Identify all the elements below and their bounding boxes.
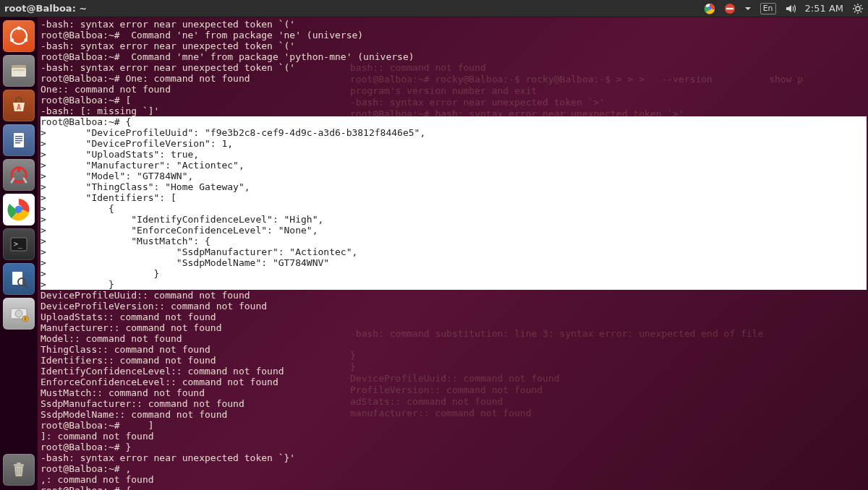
terminal-line: IdentifyConfidenceLevel:: command not fo… <box>41 366 867 377</box>
top-panel: root@Balboa: ~ En 2:51 AM <box>0 0 868 17</box>
terminal-line: > "SsdpManufacturer": "Actiontec", <box>41 246 867 257</box>
terminal-line: UploadStats:: command not found <box>41 311 867 322</box>
svg-rect-18 <box>12 68 26 77</box>
disks-icon[interactable] <box>3 298 35 330</box>
terminal-line: > "DeviceProfileUuid": "f9e3b2c8-cef9-4d… <box>41 127 867 138</box>
desktop: bash:: command not found root@Balboa:~# … <box>38 17 868 490</box>
terminal-line: Model:: command not found <box>41 333 867 344</box>
svg-rect-23 <box>15 138 22 139</box>
document-icon[interactable] <box>3 124 35 156</box>
trash-icon[interactable] <box>3 454 35 486</box>
clock[interactable]: 2:51 AM <box>805 3 843 14</box>
terminal-line: ,: command not found <box>41 474 867 485</box>
chrome-icon[interactable] <box>3 194 35 225</box>
search-tool-icon[interactable] <box>3 263 35 295</box>
terminal-line: > } <box>41 268 867 279</box>
svg-rect-19 <box>13 69 25 71</box>
keyboard-indicator[interactable]: En <box>760 3 776 14</box>
svg-line-9 <box>854 5 856 7</box>
svg-line-12 <box>861 5 862 7</box>
terminal-line: > "DeviceProfileVersion": 1, <box>41 138 867 149</box>
chrome-indicator-icon[interactable] <box>704 3 715 14</box>
noentry-icon[interactable] <box>724 3 736 14</box>
terminal-line: root@Balboa:~# Command 'ne' from package… <box>41 30 867 40</box>
terminal-window[interactable]: -bash: syntax error near unexpected toke… <box>38 17 868 490</box>
terminal-line: > "Model": "GT784WN", <box>41 171 867 181</box>
terminal-icon[interactable]: >_ <box>3 228 35 260</box>
terminal-line: > } <box>41 279 867 290</box>
terminal-line: root@Balboa:~# ] <box>41 420 867 431</box>
terminal-line: > "Identifiers": [ <box>41 192 867 203</box>
terminal-line: > { <box>41 203 867 214</box>
terminal-line: One:: command not found <box>41 84 867 95</box>
svg-rect-25 <box>15 142 20 143</box>
terminal-line: -bash: syntax error near unexpected toke… <box>41 40 867 51</box>
terminal-line: > "MustMatch": { <box>41 236 867 246</box>
terminal-line: -bash: syntax error near unexpected toke… <box>41 62 867 73</box>
sound-icon[interactable] <box>785 3 796 14</box>
terminal-line: Identifiers:: command not found <box>41 355 867 366</box>
settings-icon[interactable] <box>3 159 35 191</box>
terminal-line: ]: command not found <box>41 431 867 442</box>
terminal-line: SsdpManufacturer:: command not found <box>41 398 867 409</box>
svg-rect-17 <box>12 65 26 68</box>
terminal-line: > "UploadStats": true, <box>41 149 867 160</box>
terminal-line: > "EnforceConfidenceLevel": "None", <box>41 225 867 236</box>
terminal-line: root@Balboa:~# [ <box>41 95 867 106</box>
terminal-line: DeviceProfileUuid:: command not found <box>41 290 867 301</box>
svg-rect-22 <box>15 136 22 137</box>
svg-point-4 <box>856 7 860 11</box>
terminal-line: DeviceProfileVersion:: command not found <box>41 301 867 311</box>
svg-rect-3 <box>726 7 733 9</box>
window-title: root@Balboa: ~ <box>4 3 87 14</box>
svg-point-14 <box>17 27 21 30</box>
svg-line-42 <box>17 468 17 475</box>
terminal-line: -bash: [: missing `]' <box>41 106 867 116</box>
terminal-line: Manufacturer:: command not found <box>41 322 867 333</box>
svg-line-44 <box>21 468 22 475</box>
terminal-line: > "ThingClass": "Home Gateway", <box>41 181 867 192</box>
terminal-line: root@Balboa:~# { <box>41 485 867 490</box>
dash-icon[interactable] <box>3 20 35 52</box>
files-icon[interactable] <box>3 55 35 87</box>
terminal-content[interactable]: -bash: syntax error near unexpected toke… <box>38 17 868 490</box>
terminal-line: > "Manufacturer": "Actiontec", <box>41 160 867 171</box>
gear-icon[interactable] <box>852 3 864 14</box>
software-center-icon[interactable]: A <box>3 90 35 121</box>
terminal-line: -bash: syntax error near unexpected toke… <box>41 452 867 463</box>
svg-rect-39 <box>25 317 27 321</box>
terminal-line: root@Balboa:~# Command 'mne' from packag… <box>41 51 867 62</box>
svg-point-13 <box>11 28 27 44</box>
terminal-selection: root@Balboa:~# {> "DeviceProfileUuid": "… <box>41 116 867 290</box>
svg-line-10 <box>861 11 862 12</box>
launcher: A >_ <box>0 17 38 490</box>
svg-line-11 <box>854 11 856 12</box>
svg-point-37 <box>15 310 22 317</box>
svg-point-15 <box>10 38 14 42</box>
svg-rect-27 <box>17 166 20 172</box>
svg-rect-24 <box>15 140 22 141</box>
terminal-line: > "SsdpModelName": "GT784WNV" <box>41 257 867 268</box>
svg-rect-41 <box>17 463 21 464</box>
terminal-line: > "IdentifyConfidenceLevel": "High", <box>41 214 867 225</box>
svg-text:A: A <box>17 103 21 111</box>
terminal-line: SsdpModelName:: command not found <box>41 409 867 420</box>
svg-rect-40 <box>14 464 24 466</box>
terminal-line: root@Balboa:~# One: command not found <box>41 73 867 84</box>
terminal-line: root@Balboa:~# , <box>41 463 867 474</box>
indicator-area: En 2:51 AM <box>704 3 864 14</box>
terminal-line: EnforceConfidenceLevel:: command not fou… <box>41 377 867 387</box>
terminal-line: MustMatch:: command not found <box>41 387 867 398</box>
terminal-line: -bash: syntax error near unexpected toke… <box>41 19 867 30</box>
svg-line-35 <box>25 285 27 288</box>
svg-point-16 <box>24 38 27 42</box>
svg-text:>_: >_ <box>14 240 23 249</box>
terminal-line: ThingClass:: command not found <box>41 344 867 355</box>
terminal-line: root@Balboa:~# { <box>41 116 867 127</box>
dropdown-arrow-icon[interactable] <box>744 5 752 12</box>
terminal-line: root@Balboa:~# } <box>41 442 867 452</box>
